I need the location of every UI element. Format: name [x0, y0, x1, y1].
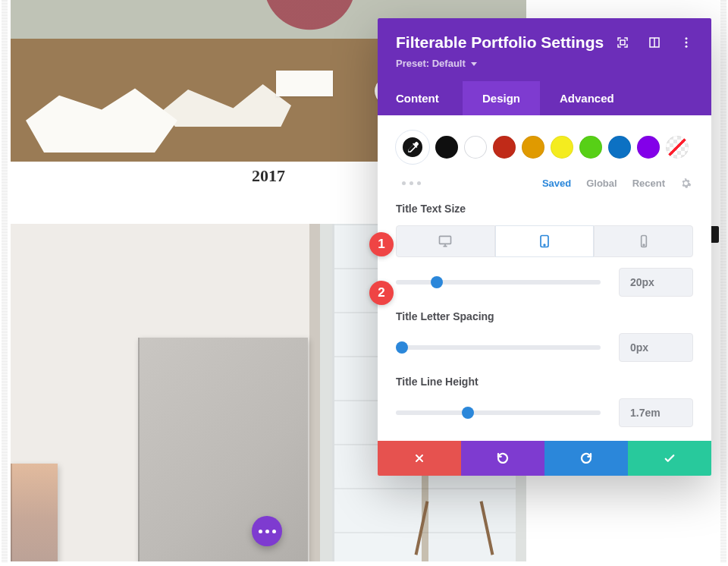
- color-swatch-picker[interactable]: [396, 130, 429, 164]
- field-title-letter-spacing: Title Letter Spacing 0px: [396, 310, 693, 362]
- color-swatch-black[interactable]: [435, 136, 458, 159]
- more-dots-icon[interactable]: [402, 181, 421, 185]
- field-label: Title Letter Spacing: [396, 310, 693, 322]
- panel-title: Filterable Portfolio Settings: [396, 33, 616, 52]
- panel-tabs: Content Design Advanced: [378, 81, 711, 115]
- undo-button[interactable]: [461, 441, 544, 476]
- snap-icon[interactable]: [648, 36, 661, 49]
- color-swatches: [396, 130, 693, 164]
- color-swatch-yellow[interactable]: [551, 136, 573, 159]
- decor-canvas: [138, 338, 308, 561]
- redo-icon: [579, 451, 593, 465]
- decor: [26, 81, 177, 153]
- svg-point-10: [643, 244, 645, 246]
- text-size-value[interactable]: 20px: [619, 268, 693, 297]
- panel-header[interactable]: Filterable Portfolio Settings Preset: De…: [378, 18, 711, 81]
- preset-value: Default: [432, 58, 466, 69]
- desktop-icon: [438, 234, 453, 249]
- device-tablet[interactable]: [495, 225, 595, 257]
- save-button[interactable]: [628, 441, 711, 476]
- letter-spacing-value[interactable]: 0px: [619, 333, 693, 362]
- tab-content[interactable]: Content: [378, 81, 463, 115]
- module-options-fab[interactable]: [252, 516, 282, 546]
- line-height-value[interactable]: 1.7em: [619, 398, 693, 427]
- svg-point-4: [686, 42, 688, 44]
- device-phone[interactable]: [594, 225, 693, 257]
- check-icon: [663, 451, 676, 465]
- eyedropper-icon: [406, 140, 419, 154]
- color-swatch-blue[interactable]: [608, 136, 631, 159]
- decor: [162, 74, 291, 127]
- line-height-slider[interactable]: [396, 407, 601, 419]
- svg-rect-6: [440, 236, 451, 244]
- panel-footer: [378, 441, 711, 476]
- panel-body: Saved Global Recent Title Text Size: [378, 115, 711, 441]
- svg-point-8: [544, 244, 545, 246]
- preset-label: Preset:: [396, 58, 429, 69]
- caret-down-icon: [471, 62, 477, 66]
- color-swatch-purple[interactable]: [637, 136, 660, 159]
- field-label: Title Line Height: [396, 376, 693, 388]
- phone-icon: [636, 234, 651, 249]
- swatch-meta-row: Saved Global Recent: [396, 178, 693, 189]
- svg-point-3: [686, 37, 688, 39]
- close-icon: [413, 452, 425, 464]
- rail-left: [2, 0, 8, 563]
- decor-canvas: [11, 464, 58, 561]
- settings-panel: Filterable Portfolio Settings Preset: De…: [378, 18, 711, 476]
- rail-right: [720, 0, 726, 563]
- kebab-icon[interactable]: [679, 36, 693, 49]
- field-title-text-size: Title Text Size 20px: [396, 203, 693, 297]
- device-desktop[interactable]: [396, 225, 495, 257]
- svg-rect-0: [620, 40, 625, 45]
- colors-recent-link[interactable]: Recent: [632, 178, 665, 189]
- redo-button[interactable]: [544, 441, 628, 476]
- undo-icon: [496, 451, 510, 465]
- colors-saved-link[interactable]: Saved: [542, 178, 571, 189]
- annotation-badge-1: 1: [369, 232, 394, 256]
- colors-global-link[interactable]: Global: [586, 178, 617, 189]
- text-size-slider[interactable]: [396, 276, 601, 288]
- annotation-badge-2: 2: [369, 281, 394, 305]
- color-swatch-green[interactable]: [579, 136, 602, 159]
- preset-selector[interactable]: Preset: Default: [396, 58, 693, 69]
- field-label: Title Text Size: [396, 203, 693, 215]
- letter-spacing-slider[interactable]: [396, 341, 601, 354]
- color-swatch-orange[interactable]: [522, 136, 544, 159]
- color-swatch-white[interactable]: [464, 136, 487, 159]
- decor: [276, 71, 333, 96]
- responsive-device-tabs: [396, 225, 693, 257]
- tab-design[interactable]: Design: [463, 81, 540, 115]
- cancel-button[interactable]: [378, 441, 461, 476]
- tab-advanced[interactable]: Advanced: [540, 81, 634, 115]
- expand-icon[interactable]: [616, 36, 629, 49]
- color-swatch-transparent[interactable]: [666, 136, 689, 159]
- field-title-line-height: Title Line Height 1.7em: [396, 376, 693, 427]
- decor-stool: [413, 490, 496, 555]
- color-swatch-red[interactable]: [493, 136, 516, 159]
- tablet-icon: [537, 234, 552, 249]
- gear-icon[interactable]: [680, 178, 692, 189]
- svg-point-5: [686, 46, 688, 48]
